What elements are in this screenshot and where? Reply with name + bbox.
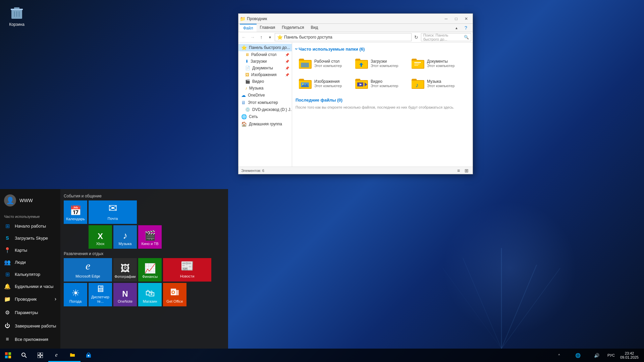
sidebar-item-calc[interactable]: ⊞ Калькулятор <box>0 268 60 280</box>
large-icons-view-button[interactable]: ⊞ <box>463 167 470 174</box>
getoffice-tile-icon: O <box>170 287 179 299</box>
start-work-label: Начало работы <box>15 224 46 229</box>
frequent-folders-header[interactable]: Часто используемые папки (6) <box>296 46 469 52</box>
sidebar-item-images[interactable]: 🖼 Изображения 📌 <box>238 71 292 78</box>
photos-tile-label: Фотографии <box>115 275 136 279</box>
folder-video-icon <box>355 77 368 89</box>
search-placeholder: Поиск: Панель быстрого до... <box>423 33 463 41</box>
folder-music-icon: ♪ <box>411 77 424 89</box>
sidebar-item-video[interactable]: 🎬 Видео <box>238 78 292 85</box>
sidebar-item-music[interactable]: ♪ Музыка <box>238 85 292 92</box>
tile-onenote[interactable]: N OneNote <box>113 283 137 306</box>
explorer-title: Проводник <box>247 16 441 21</box>
recent-files-header[interactable]: Последние файлы (0) <box>296 98 469 103</box>
ribbon: Файл Главная Поделиться Вид ▲ ? <box>238 24 473 32</box>
tab-share[interactable]: Поделиться <box>278 24 307 32</box>
tray-chevron-button[interactable]: ^ <box>551 349 567 362</box>
bottom-power[interactable]: ⏻ Завершение работы <box>0 319 60 333</box>
sidebar-item-alarms[interactable]: 🔔 Будильники и часы <box>0 280 60 292</box>
ribbon-help-button[interactable]: ? <box>462 24 470 32</box>
movies-tile-icon: 🎬 <box>144 230 156 241</box>
sidebar-item-onedrive[interactable]: ☁ OneDrive <box>238 92 292 99</box>
sidebar-item-desktop[interactable]: 🖥 Рабочий стол 📌 <box>238 51 292 58</box>
sidebar-item-network[interactable]: 🌐 Сеть <box>238 113 292 120</box>
bottom-explorer[interactable]: 📁 Проводник <box>0 292 60 306</box>
tile-photos[interactable]: 🖼 Фотографии <box>113 258 137 282</box>
sidebar-item-skype[interactable]: S Загрузить Skype <box>0 232 60 244</box>
taskbar-explorer-button[interactable] <box>64 349 80 362</box>
folder-documents[interactable]: Документы Этот компьютер <box>408 55 462 72</box>
close-button[interactable]: ✕ <box>461 15 471 23</box>
folder-video-info: Видео Этот компьютер <box>371 79 398 88</box>
homegroup-label: Домашняя группа <box>249 122 282 126</box>
sidebar-item-dvd[interactable]: 💿 DVD-дисковод (D:) J... <box>238 106 292 113</box>
sidebar-item-maps[interactable]: 📍 Карты <box>0 244 60 256</box>
folder-images[interactable]: Изображения Этот компьютер <box>296 75 349 92</box>
tile-getoffice[interactable]: O Get Office <box>163 283 186 306</box>
forward-button[interactable]: → <box>249 33 257 41</box>
folder-images-name: Изображения <box>314 79 342 84</box>
search-bar[interactable]: Поиск: Панель быстрого до... 🔍 <box>421 33 471 41</box>
tile-music[interactable]: ♪ Музыка <box>113 225 137 249</box>
up-button[interactable]: ↑ <box>257 33 265 41</box>
bottom-all-apps[interactable]: ≡ Все приложения <box>0 333 60 346</box>
taskbar-store-button[interactable] <box>80 349 97 362</box>
start-button[interactable] <box>0 349 16 362</box>
tile-mail[interactable]: ✉ Почта <box>89 200 137 224</box>
tile-finance[interactable]: 📈 Финансы <box>138 258 162 282</box>
folder-desktop[interactable]: Рабочий стол Этот компьютер <box>296 55 349 72</box>
refresh-button[interactable]: ↻ <box>412 33 420 41</box>
tile-edge[interactable]: e Microsoft Edge <box>64 258 112 282</box>
xbox-tile-label: Xbox <box>96 242 104 246</box>
sidebar-item-downloads[interactable]: ⬇ Загрузки 📌 <box>238 58 292 65</box>
folder-downloads[interactable]: Загрузки Этот компьютер <box>352 55 406 72</box>
folder-music[interactable]: ♪ Музыка Этот компьютер <box>408 75 462 92</box>
tile-dispetch[interactable]: 🖥 Диспетчер те... <box>89 283 112 306</box>
volume-tray-icon[interactable]: 🔊 <box>589 349 605 362</box>
window-controls: ─ □ ✕ <box>441 15 471 23</box>
tab-home[interactable]: Главная <box>257 24 279 32</box>
recent-locations-button[interactable]: ▼ <box>266 33 274 41</box>
tile-news[interactable]: 📰 Новости <box>163 258 211 282</box>
tile-store[interactable]: 🛍 Магазин <box>138 283 162 306</box>
frequently-used-label: Часто используемые <box>0 212 60 220</box>
folder-downloads-sub: Этот компьютер <box>371 64 398 68</box>
back-button[interactable]: ← <box>240 33 248 41</box>
address-bar[interactable]: ⭐ Панель быстрого доступа <box>275 33 412 41</box>
dispetch-tile-label: Диспетчер те... <box>91 295 110 304</box>
sidebar-item-thispc[interactable]: 🖥 Этот компьютер <box>238 99 292 106</box>
office-svg: O <box>170 287 179 297</box>
tile-weather[interactable]: ☀ Погода <box>64 283 87 306</box>
folder-downloads-icon-wrap <box>355 57 368 70</box>
sidebar-item-homegroup[interactable]: 🏠 Домашняя группа <box>238 120 292 128</box>
tab-view[interactable]: Вид <box>307 24 321 32</box>
folder-video[interactable]: Видео Этот компьютер <box>352 75 406 92</box>
sidebar-item-quickaccess[interactable]: ⭐ Панель быстрого до... <box>238 44 292 51</box>
minimize-button[interactable]: ─ <box>441 15 451 23</box>
ribbon-collapse-button[interactable]: ▲ <box>452 24 461 32</box>
task-view-button[interactable] <box>32 349 48 362</box>
weather-tile-label: Погода <box>69 299 82 304</box>
tile-movies[interactable]: 🎬 Кино и ТВ <box>138 225 162 249</box>
network-tray-icon[interactable]: 🌐 <box>570 349 586 362</box>
recycle-bin-icon[interactable]: Корзина <box>3 3 30 28</box>
taskbar-edge-button[interactable]: e <box>48 349 64 362</box>
network-label: Сеть <box>249 114 258 119</box>
search-button[interactable] <box>16 349 32 362</box>
maximize-button[interactable]: □ <box>451 15 461 23</box>
taskbar-clock[interactable]: 23:42 09.01.2025 <box>618 351 641 359</box>
details-view-button[interactable]: ≡ <box>455 167 462 174</box>
frequent-folders-title: Часто используемые папки (6) <box>299 47 365 52</box>
downloads-sidebar-icon: ⬇ <box>245 59 249 64</box>
settings-label: Параметры <box>15 310 38 315</box>
tile-calendar[interactable]: 📅 Календарь <box>64 200 87 224</box>
bottom-settings[interactable]: ⚙ Параметры <box>0 306 60 319</box>
sidebar-item-documents[interactable]: 📄 Документы 📌 <box>238 65 292 71</box>
pin-icon-4: 📌 <box>285 73 289 77</box>
tile-xbox[interactable]: X Xbox <box>89 225 112 249</box>
sidebar-item-start-work[interactable]: ⊞ Начало работы <box>0 220 60 232</box>
sidebar-item-people[interactable]: 👥 Люди <box>0 256 60 268</box>
start-user[interactable]: 👤 WWW <box>0 189 60 212</box>
folder-images-info: Изображения Этот компьютер <box>314 79 342 88</box>
tab-file[interactable]: Файл <box>240 24 257 32</box>
